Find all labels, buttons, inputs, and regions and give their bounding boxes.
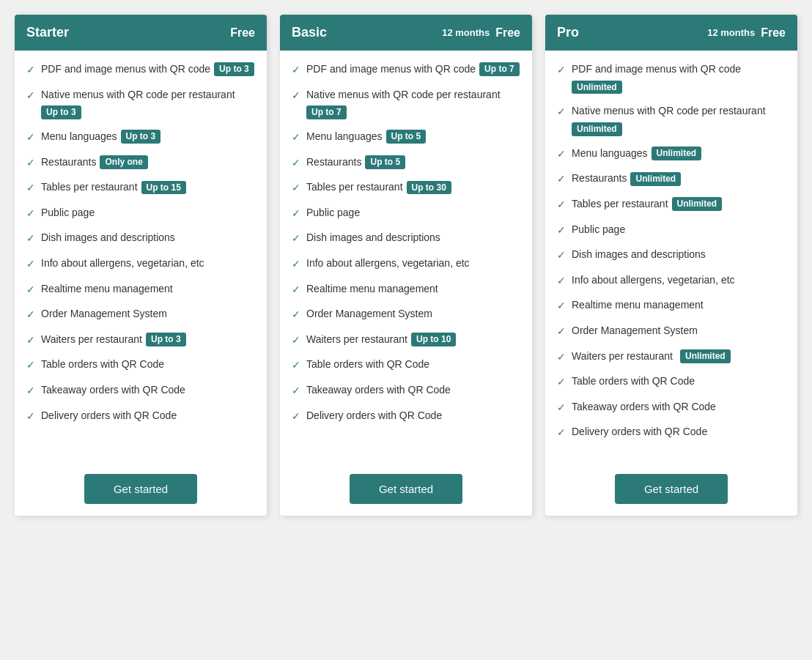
checkmark-icon: ✓	[557, 274, 566, 289]
list-item: ✓Order Management System	[557, 324, 786, 339]
feature-badge: Up to 7	[479, 62, 520, 76]
get-started-button-pro[interactable]: Get started	[615, 474, 728, 504]
feature-text: PDF and image menus with QR code Up to 7	[306, 62, 520, 77]
list-item: ✓Order Management System	[26, 307, 255, 322]
feature-text: PDF and image menus with QR code Up to 3	[41, 62, 254, 77]
checkmark-icon: ✓	[26, 89, 35, 103]
plan-header-basic: Basic12 monthsFree	[280, 15, 532, 51]
list-item: ✓Restaurants Up to 5	[292, 155, 520, 171]
feature-label: Waiters per restaurant	[572, 349, 673, 364]
feature-badge: Up to 15	[141, 181, 186, 195]
feature-badge: Up to 5	[365, 155, 405, 169]
checkmark-icon: ✓	[557, 350, 566, 365]
list-item: ✓Tables per restaurant Unlimited	[557, 197, 786, 212]
feature-list-starter: ✓PDF and image menus with QR code Up to …	[26, 62, 255, 450]
feature-list-basic: ✓PDF and image menus with QR code Up to …	[292, 62, 520, 450]
list-item: ✓Public page	[26, 206, 255, 221]
plans-container: StarterFree✓PDF and image menus with QR …	[15, 15, 797, 516]
list-item: ✓Menu languages Up to 3	[26, 130, 255, 145]
list-item: ✓Delivery orders with QR Code	[292, 409, 520, 424]
feature-text: Native menus with QR code per restaurant…	[306, 88, 520, 119]
feature-text: Public page	[572, 223, 625, 237]
plan-body-starter: ✓PDF and image menus with QR code Up to …	[15, 51, 267, 462]
feature-badge: Up to 3	[146, 333, 186, 346]
list-item: ✓Tables per restaurant Up to 15	[26, 180, 255, 196]
checkmark-icon: ✓	[26, 181, 35, 196]
list-item: ✓Info about allergens, vegetarian, etc	[26, 256, 255, 272]
feature-text: Tables per restaurant Up to 15	[41, 180, 186, 195]
plan-footer-pro: Get started	[545, 462, 797, 516]
checkmark-icon: ✓	[557, 426, 566, 440]
checkmark-icon: ✓	[557, 147, 566, 162]
checkmark-icon: ✓	[26, 156, 35, 171]
plan-months-pro: 12 months	[707, 27, 755, 38]
feature-badge: Unlimited	[572, 81, 622, 94]
feature-text: Tables per restaurant Up to 30	[306, 180, 451, 195]
list-item: ✓Takeaway orders with QR Code	[292, 383, 520, 398]
checkmark-icon: ✓	[26, 409, 35, 424]
feature-text: Restaurants Unlimited	[572, 171, 681, 186]
plan-months-basic: 12 months	[442, 27, 490, 38]
list-item: ✓Table orders with QR Code	[292, 357, 520, 373]
feature-text: Order Management System	[41, 307, 167, 322]
plan-header-starter: StarterFree	[15, 15, 267, 51]
feature-text: Takeaway orders with QR Code	[306, 383, 451, 398]
feature-badge: Up to 5	[386, 130, 427, 144]
feature-badge: Up to 3	[121, 130, 161, 144]
get-started-button-starter[interactable]: Get started	[84, 474, 197, 504]
feature-badge: Unlimited	[572, 122, 622, 136]
checkmark-icon: ✓	[292, 156, 300, 171]
list-item: ✓Takeaway orders with QR Code	[26, 383, 255, 398]
feature-text: Waiters per restaurantUnlimited	[572, 349, 731, 364]
feature-text: Table orders with QR Code	[572, 374, 695, 389]
feature-text: Restaurants Only one	[41, 155, 148, 170]
list-item: ✓Native menus with QR code per restauran…	[26, 88, 255, 119]
list-item: ✓Native menus with QR code per restauran…	[557, 104, 786, 136]
feature-text: Table orders with QR Code	[41, 357, 164, 372]
plan-price-starter: Free	[230, 26, 255, 40]
list-item: ✓Table orders with QR Code	[26, 357, 255, 373]
list-item: ✓Waiters per restaurant Up to 10	[292, 333, 520, 348]
feature-badge: Unlimited	[630, 172, 681, 186]
feature-badge: Up to 3	[41, 105, 81, 119]
plan-meta-starter: Free	[230, 26, 255, 40]
list-item: ✓Restaurants Only one	[26, 155, 255, 171]
list-item: ✓Waiters per restaurant Up to 3	[26, 333, 255, 348]
list-item: ✓Native menus with QR code per restauran…	[292, 88, 520, 119]
checkmark-icon: ✓	[292, 358, 300, 373]
checkmark-icon: ✓	[292, 409, 300, 424]
checkmark-icon: ✓	[557, 401, 566, 415]
feature-text: Menu languages Unlimited	[572, 147, 701, 161]
checkmark-icon: ✓	[26, 231, 35, 246]
plan-meta-basic: 12 monthsFree	[442, 26, 520, 40]
checkmark-icon: ✓	[557, 105, 566, 119]
plan-card-basic: Basic12 monthsFree✓PDF and image menus w…	[280, 15, 532, 516]
checkmark-icon: ✓	[26, 283, 35, 297]
list-item: ✓Takeaway orders with QR Code	[557, 400, 786, 415]
feature-text: Native menus with QR code per restaurant…	[41, 88, 255, 119]
feature-text: Public page	[41, 206, 95, 220]
checkmark-icon: ✓	[292, 89, 300, 103]
feature-text: Info about allergens, vegetarian, etc	[306, 256, 470, 271]
checkmark-icon: ✓	[292, 63, 300, 78]
feature-text: Delivery orders with QR Code	[41, 409, 177, 423]
list-item: ✓Waiters per restaurantUnlimited	[557, 349, 786, 365]
checkmark-icon: ✓	[26, 257, 35, 272]
feature-badge: Up to 30	[407, 181, 451, 195]
checkmark-icon: ✓	[557, 198, 566, 212]
plan-footer-basic: Get started	[280, 462, 532, 516]
checkmark-icon: ✓	[292, 181, 300, 196]
checkmark-icon: ✓	[26, 358, 35, 373]
feature-text: Delivery orders with QR Code	[306, 409, 442, 423]
list-item: ✓Order Management System	[292, 307, 520, 322]
feature-badge: Up to 7	[306, 105, 347, 119]
checkmark-icon: ✓	[292, 130, 300, 145]
checkmark-icon: ✓	[292, 257, 300, 272]
feature-badge: Unlimited	[652, 147, 702, 160]
plan-body-basic: ✓PDF and image menus with QR code Up to …	[280, 51, 532, 462]
get-started-button-basic[interactable]: Get started	[350, 474, 462, 504]
feature-text: Waiters per restaurant Up to 10	[306, 333, 456, 347]
feature-badge: Up to 3	[214, 62, 254, 76]
list-item: ✓Dish images and descriptions	[557, 248, 786, 263]
feature-text: Dish images and descriptions	[41, 231, 175, 245]
